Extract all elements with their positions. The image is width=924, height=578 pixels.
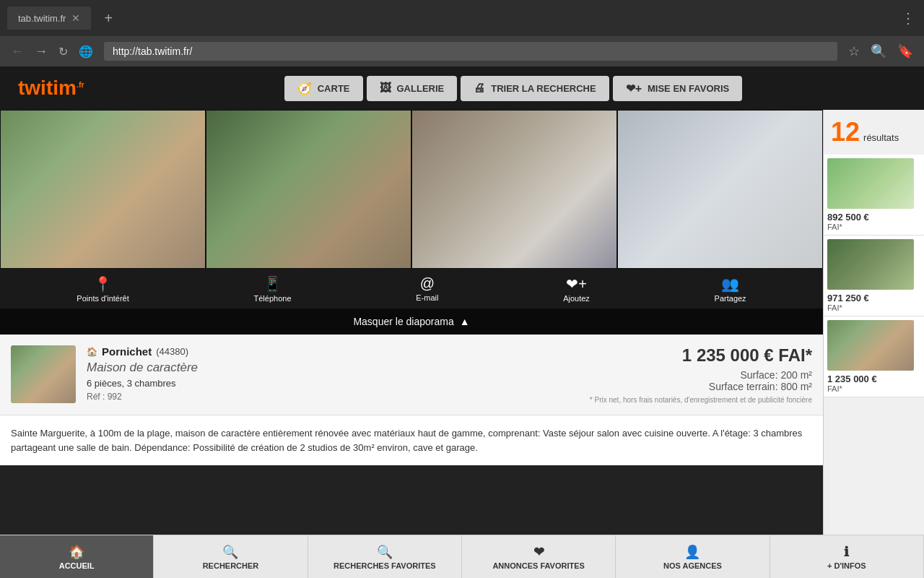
search-bottom-icon: 🔍 (222, 544, 238, 560)
compass-icon: 🧭 (297, 82, 312, 95)
email-icon: @ (420, 275, 435, 292)
chevron-up-icon: ▲ (460, 316, 470, 327)
action-phone-label: Téléphone (254, 294, 292, 303)
forward-button[interactable]: → (35, 44, 48, 59)
action-poi[interactable]: 📍 Points d'intérêt (77, 275, 128, 303)
masquer-banner[interactable]: Masquer le diaporama ▲ (0, 309, 823, 335)
action-poi-label: Points d'intérêt (77, 294, 128, 303)
sidebar-fai-2: FAI* (827, 303, 920, 312)
heart-plus-icon: ❤+ (626, 82, 642, 95)
logo-tld: .fr (77, 80, 84, 89)
browser-tab[interactable]: tab.twitim.fr ✕ (7, 7, 91, 30)
nav-carte-label: CARTE (318, 83, 350, 94)
property-terrain: Surface terrain: 800 m² (590, 381, 812, 392)
property-title: Maison de caractère (87, 361, 579, 375)
tab-title: tab.twitim.fr (18, 13, 66, 24)
bookmark-star-icon[interactable]: ☆ (848, 43, 860, 59)
nav-favoris-label: MISE EN FAVORIS (648, 83, 729, 94)
action-ajouter-label: Ajoutez (563, 294, 590, 303)
action-email-label: E-mail (416, 293, 438, 302)
property-surface: Surface: 200 m² (590, 369, 812, 381)
search-heart-icon: 🔍 (377, 544, 393, 560)
poi-icon: 📍 (94, 275, 112, 293)
results-label: résultats (863, 132, 899, 143)
logo-tim: tim (46, 77, 77, 99)
property-ref: Réf : 992 (87, 392, 579, 402)
content-area: 📍 Points d'intérêt 📱 Téléphone @ E-mail … (0, 110, 823, 535)
browser-chrome: tab.twitim.fr ✕ + ⋮ (0, 0, 924, 36)
bottom-annonces-label: ANNONCES FAVORITES (492, 561, 585, 570)
bottom-agences-label: NOS AGENCES (663, 561, 722, 570)
nav-carte[interactable]: 🧭 CARTE (284, 76, 363, 101)
sidebar-fai-3: FAI* (827, 384, 920, 393)
photo-1[interactable] (0, 110, 206, 269)
photo-4[interactable] (617, 110, 823, 269)
photo-3-placeholder (412, 111, 616, 268)
sidebar-fai-1: FAI* (827, 223, 920, 231)
bottom-annonces-favorites[interactable]: ❤ ANNONCES FAVORITES (462, 535, 616, 578)
new-tab-button[interactable]: + (98, 7, 118, 30)
sidebar-price-3: 1 235 000 € (827, 374, 920, 384)
property-thumbnail[interactable] (11, 345, 76, 403)
sidebar-thumb-2 (827, 239, 914, 290)
bottom-recherches-label: RECHERCHES FAVORITES (334, 561, 436, 570)
sidebar-price-1: 892 500 € (827, 212, 920, 223)
browser-menu-button[interactable]: ⋮ (901, 9, 917, 27)
url-input[interactable]: http://tab.twitim.fr/ (104, 42, 837, 61)
action-partager[interactable]: 👥 Partagez (715, 275, 746, 303)
property-city: Pornichet (102, 345, 152, 358)
header-nav: 🧭 CARTE 🖼 GALLERIE 🖨 TRIER LA RECHERCHE … (110, 76, 917, 101)
property-location: 🏠 Pornichet (44380) (87, 345, 579, 358)
sidebar-item-1[interactable]: 892 500 € FAI* (824, 155, 924, 236)
results-count: 12 résultats (824, 110, 924, 155)
main-area: 📍 Points d'intérêt 📱 Téléphone @ E-mail … (0, 110, 924, 535)
bottom-recherches-favorites[interactable]: 🔍 RECHERCHES FAVORITES (308, 535, 462, 578)
nav-gallerie[interactable]: 🖼 GALLERIE (367, 76, 458, 101)
sidebar-item-3[interactable]: 1 235 000 € FAI* (824, 316, 924, 397)
action-phone[interactable]: 📱 Téléphone (254, 275, 292, 303)
action-bar: 📍 Points d'intérêt 📱 Téléphone @ E-mail … (0, 269, 823, 309)
sidebar-thumb-1 (827, 158, 914, 209)
info-icon: ℹ (844, 544, 849, 560)
app-header: twitim.fr 🧭 CARTE 🖼 GALLERIE 🖨 TRIER LA … (0, 66, 924, 110)
nav-trier-label: TRIER LA RECHERCHE (491, 83, 596, 94)
printer-icon: 🖨 (474, 82, 485, 95)
tab-close-button[interactable]: ✕ (71, 12, 80, 24)
bottom-accueil-label: ACCUEIL (59, 561, 95, 570)
logo-text: twitim.fr (18, 77, 84, 99)
photo-2[interactable] (206, 110, 411, 269)
property-rooms: 6 pièces, 3 chambres (87, 378, 579, 389)
sidebar-item-2[interactable]: 971 250 € FAI* (824, 236, 924, 316)
action-ajouter[interactable]: ❤+ Ajoutez (563, 275, 590, 303)
refresh-button[interactable]: ↻ (58, 45, 68, 59)
agences-icon: 👤 (684, 544, 700, 560)
home-icon: 🏠 (69, 544, 84, 560)
bottom-nav: 🏠 ACCUEIL 🔍 RECHERCHER 🔍 RECHERCHES FAVO… (0, 535, 924, 578)
bottom-rechercher[interactable]: 🔍 RECHERCHER (154, 535, 308, 578)
photo-3[interactable] (411, 110, 617, 269)
property-description: Sainte Marguerite, à 100m de la plage, m… (0, 415, 823, 465)
bottom-infos-label: + D'INFOS (827, 561, 866, 570)
photo-gallery[interactable] (0, 110, 823, 269)
bottom-nos-agences[interactable]: 👤 NOS AGENCES (616, 535, 770, 578)
nav-trier[interactable]: 🖨 TRIER LA RECHERCHE (461, 76, 609, 101)
gallery-icon: 🖼 (380, 82, 391, 95)
sidebar-thumb-3 (827, 320, 914, 371)
property-postal: (44380) (156, 346, 188, 357)
nav-favoris[interactable]: ❤+ MISE EN FAVORIS (613, 76, 743, 101)
action-partager-label: Partagez (715, 294, 746, 303)
bookmark-icon[interactable]: 🔖 (897, 43, 913, 59)
heart-bottom-icon: ❤ (533, 544, 544, 560)
results-number: 12 (831, 117, 860, 147)
browser-action-icons: ☆ 🔍 🔖 (848, 43, 913, 59)
app-logo[interactable]: twitim.fr (7, 71, 95, 105)
bottom-plus-dinfos[interactable]: ℹ + D'INFOS (770, 535, 924, 578)
bottom-accueil[interactable]: 🏠 ACCUEIL (0, 535, 154, 578)
photo-1-placeholder (1, 111, 205, 268)
sidebar-price-2: 971 250 € (827, 293, 920, 303)
back-button[interactable]: ← (11, 44, 24, 59)
search-icon[interactable]: 🔍 (871, 43, 886, 59)
action-email[interactable]: @ E-mail (416, 275, 438, 302)
sidebar: 12 résultats 892 500 € FAI* 971 250 € FA… (823, 110, 924, 535)
property-note: * Prix net, hors frais notariés, d'enreg… (590, 396, 812, 404)
